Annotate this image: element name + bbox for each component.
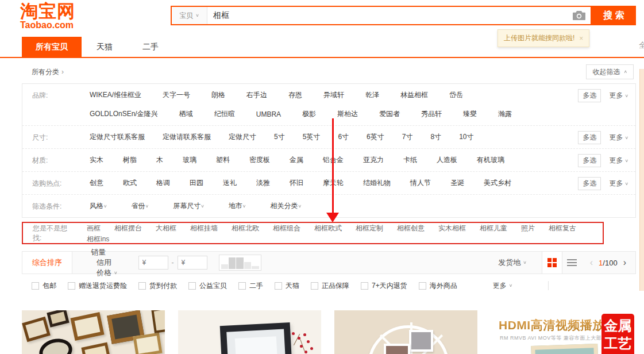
- ship-from-dropdown[interactable]: 发货地 ∨: [498, 257, 527, 268]
- product-card-ferris-wheel[interactable]: [334, 310, 477, 354]
- search-category-dropdown[interactable]: 宝贝 ∨: [172, 7, 207, 24]
- checkbox-icon[interactable]: [32, 282, 39, 290]
- filter-option[interactable]: 瀚露: [498, 109, 512, 119]
- service-checkbox-item[interactable]: 二手: [238, 281, 263, 291]
- next-page-icon[interactable]: ›: [623, 257, 626, 268]
- sort-sales[interactable]: 销量: [91, 247, 118, 257]
- filter-option[interactable]: 卡纸: [403, 155, 417, 165]
- filter-option[interactable]: 格调: [156, 178, 170, 188]
- filter-option[interactable]: 圣诞: [450, 178, 464, 188]
- price-max-input[interactable]: [178, 256, 207, 270]
- more-link[interactable]: 更多∨: [609, 133, 628, 143]
- suggest-link[interactable]: 大相框: [156, 224, 176, 232]
- filter-option[interactable]: 人造板: [437, 155, 457, 165]
- suggest-link[interactable]: 相框组合: [273, 224, 300, 232]
- filter-option[interactable]: 木: [156, 155, 163, 165]
- checkbox-icon[interactable]: [238, 282, 246, 290]
- service-checkbox-item[interactable]: 7+天内退货: [361, 281, 407, 291]
- filter-option[interactable]: 6寸: [338, 132, 349, 142]
- filter-option[interactable]: 右手边: [246, 90, 267, 100]
- breadcrumb[interactable]: 所有分类›: [32, 67, 64, 77]
- filter-option[interactable]: 纪恒暄: [214, 109, 235, 119]
- filter-option[interactable]: 密度板: [249, 155, 270, 165]
- filter-option[interactable]: 定做尺寸联系客服: [90, 132, 145, 142]
- suggest-link[interactable]: 相框复古: [549, 224, 576, 232]
- filter-option[interactable]: 林益相框: [400, 90, 428, 100]
- service-checkbox-item[interactable]: 货到付款: [138, 281, 177, 291]
- filter-option[interactable]: 淡雅: [256, 178, 270, 188]
- filter-option[interactable]: GOLDLOnSEn/金隆兴: [90, 109, 158, 119]
- grid-view-button[interactable]: [542, 252, 562, 274]
- search-button[interactable]: 搜 索: [592, 6, 636, 25]
- suggest-link[interactable]: 相框挂墙: [190, 224, 218, 232]
- filter-option[interactable]: 田园: [190, 178, 203, 188]
- filter-option[interactable]: 10寸: [459, 132, 473, 142]
- suggest-link[interactable]: 照片: [521, 224, 535, 232]
- product-card-digital-frame-ad[interactable]: HDMI高清视频播放 RM RMVB AVI MOV等等 兼容市面上大部分视频格…: [491, 310, 634, 354]
- checkbox-icon[interactable]: [188, 282, 196, 290]
- filter-option[interactable]: 定做请联系客服: [163, 132, 211, 142]
- checkbox-icon[interactable]: [419, 282, 426, 290]
- filter-dropdown[interactable]: 相关分类∨: [270, 201, 302, 211]
- checkbox-icon[interactable]: [361, 282, 368, 290]
- suggest-link[interactable]: 相框欧式: [314, 224, 342, 232]
- close-icon[interactable]: ×: [579, 34, 583, 43]
- checkbox-icon[interactable]: [68, 282, 75, 290]
- filter-option[interactable]: UMBRA: [256, 110, 281, 118]
- product-card-photo-wall[interactable]: [22, 310, 165, 354]
- filter-dropdown[interactable]: 地市∨: [229, 201, 246, 211]
- filter-option[interactable]: 玻璃: [183, 155, 196, 165]
- service-more-link[interactable]: 更多∨: [493, 281, 513, 291]
- filter-option[interactable]: 结婚礼物: [363, 178, 391, 188]
- service-checkbox-item[interactable]: 赠送退货运费险: [68, 281, 127, 291]
- filter-option[interactable]: 异域轩: [323, 90, 344, 100]
- filter-option[interactable]: 6英寸: [367, 132, 384, 142]
- price-min-input[interactable]: [138, 256, 168, 270]
- filter-dropdown[interactable]: 省份∨: [132, 201, 149, 211]
- multi-select-button[interactable]: 多选: [578, 131, 601, 144]
- tab-all-items[interactable]: 所有宝贝: [22, 37, 82, 57]
- filter-option[interactable]: 臻燮: [463, 109, 477, 119]
- suggest-link[interactable]: 画框: [87, 224, 101, 232]
- filter-option[interactable]: 金属: [290, 155, 303, 165]
- filter-option[interactable]: 8寸: [430, 132, 441, 142]
- filter-option[interactable]: 塑料: [216, 155, 230, 165]
- prev-page-icon[interactable]: ‹: [590, 257, 593, 268]
- filter-option[interactable]: 欧式: [123, 178, 137, 188]
- service-checkbox-item[interactable]: 包邮: [32, 281, 56, 291]
- filter-option[interactable]: 树脂: [123, 155, 137, 165]
- service-checkbox-item[interactable]: 天猫: [275, 281, 299, 291]
- filter-option[interactable]: 实木: [90, 155, 103, 165]
- filter-option[interactable]: 有机玻璃: [477, 155, 504, 165]
- image-search-camera-button[interactable]: [568, 7, 591, 24]
- service-checkbox-item[interactable]: 海外商品: [419, 281, 457, 291]
- service-checkbox-item[interactable]: 公益宝贝: [188, 281, 227, 291]
- service-checkbox-item[interactable]: 正品保障: [311, 281, 349, 291]
- filter-option[interactable]: 创意: [90, 178, 103, 188]
- sort-composite[interactable]: 综合排序: [22, 252, 72, 274]
- filter-option[interactable]: 朗格: [211, 90, 225, 100]
- filter-option[interactable]: 情人节: [410, 178, 431, 188]
- checkbox-icon[interactable]: [138, 282, 146, 290]
- filter-option[interactable]: 5寸: [274, 132, 285, 142]
- price-distribution-widget[interactable]: [219, 255, 261, 271]
- filter-dropdown[interactable]: 风格∨: [90, 201, 107, 211]
- suggest-link[interactable]: 相框创意: [397, 224, 425, 232]
- filter-option[interactable]: 乾泽: [365, 90, 379, 100]
- filter-option[interactable]: 斯柏达: [337, 109, 358, 119]
- suggest-link[interactable]: 相框摆台: [114, 224, 142, 232]
- product-card-black-frame[interactable]: [178, 310, 321, 354]
- filter-option[interactable]: 定做尺寸: [229, 132, 256, 142]
- filter-option[interactable]: 5英寸: [303, 132, 321, 142]
- filter-option[interactable]: WIKEA/维佳框业: [90, 90, 141, 100]
- filter-option[interactable]: 天字一号: [163, 90, 190, 100]
- filter-option[interactable]: 爱国者: [379, 109, 400, 119]
- suggest-link[interactable]: 相框北欧: [232, 224, 259, 232]
- search-input[interactable]: [207, 7, 568, 24]
- filter-dropdown[interactable]: 屏幕尺寸∨: [173, 201, 205, 211]
- filter-option[interactable]: 极影: [302, 109, 316, 119]
- taobao-logo[interactable]: 淘宝网 Taobao.com: [20, 2, 75, 30]
- filter-option[interactable]: 存恩: [288, 90, 302, 100]
- suggest-link[interactable]: 相框ins: [87, 235, 109, 243]
- checkbox-icon[interactable]: [311, 282, 318, 290]
